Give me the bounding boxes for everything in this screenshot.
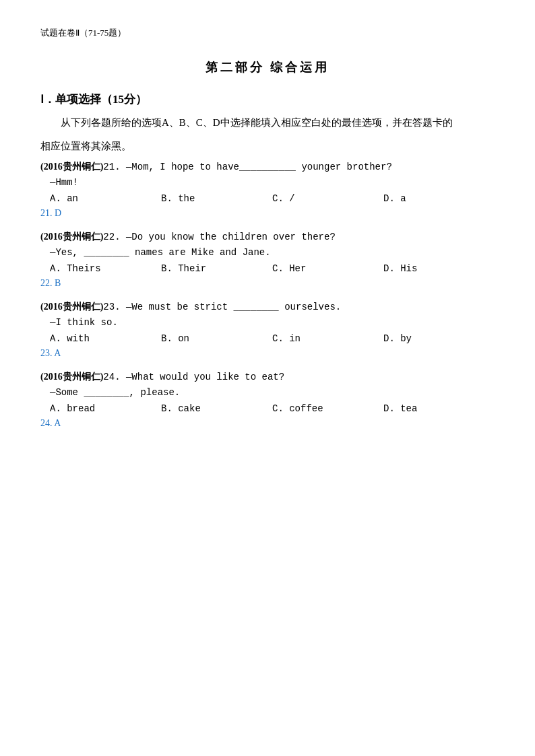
option-q24-D: D. tea <box>383 403 495 414</box>
question-q23: (2016贵州铜仁)23. —We must be strict _______… <box>40 301 495 359</box>
option-q22-D: D. His <box>383 263 495 274</box>
option-q23-D: D. by <box>383 333 495 344</box>
question-stem-q22: (2016贵州铜仁)22. —Do you know the children … <box>40 231 495 243</box>
dialogue2-q21: —Hmm! <box>50 177 495 188</box>
option-q22-A: A. Theirs <box>50 263 161 274</box>
question-label-q22: (2016贵州铜仁) <box>40 232 103 242</box>
question-label-q23: (2016贵州铜仁) <box>40 302 103 312</box>
question-stem-q24: (2016贵州铜仁)24. —What would you like to ea… <box>40 371 495 383</box>
option-q21-D: D. a <box>383 193 495 204</box>
part-title: Ⅰ．单项选择（15分） <box>40 92 495 107</box>
option-q21-A: A. an <box>50 193 161 204</box>
question-label-q21: (2016贵州铜仁) <box>40 162 103 172</box>
options-row-q21: A. anB. theC. /D. a <box>50 193 495 204</box>
option-q23-B: B. on <box>161 333 272 344</box>
option-q24-A: A. bread <box>50 403 161 414</box>
option-q21-B: B. the <box>161 193 272 204</box>
option-q24-C: C. coffee <box>272 403 383 414</box>
answer-q24: 24. A <box>40 418 495 429</box>
question-q22: (2016贵州铜仁)22. —Do you know the children … <box>40 231 495 289</box>
instruction-line2: 相应位置将其涂黑。 <box>40 137 495 156</box>
answer-q21: 21. D <box>40 208 495 219</box>
question-label-q24: (2016贵州铜仁) <box>40 372 103 382</box>
option-q21-C: C. / <box>272 193 383 204</box>
options-row-q24: A. breadB. cakeC. coffeeD. tea <box>50 403 495 414</box>
option-q23-A: A. with <box>50 333 161 344</box>
dialogue2-q24: —Some ________, please. <box>50 387 495 398</box>
dialogue2-q23: —I think so. <box>50 317 495 328</box>
option-q24-B: B. cake <box>161 403 272 414</box>
options-row-q22: A. TheirsB. TheirC. HerD. His <box>50 263 495 274</box>
dialogue2-q22: —Yes, ________ names are Mike and Jane. <box>50 247 495 258</box>
question-stem-q21: (2016贵州铜仁)21. —Mom, I hope to have______… <box>40 161 495 173</box>
option-q22-B: B. Their <box>161 263 272 274</box>
option-q23-C: C. in <box>272 333 383 344</box>
question-q24: (2016贵州铜仁)24. —What would you like to ea… <box>40 371 495 429</box>
option-q22-C: C. Her <box>272 263 383 274</box>
question-stem-q23: (2016贵州铜仁)23. —We must be strict _______… <box>40 301 495 313</box>
answer-q23: 23. A <box>40 348 495 359</box>
options-row-q23: A. withB. onC. inD. by <box>50 333 495 344</box>
answer-q22: 22. B <box>40 278 495 289</box>
instruction-line1: 从下列各题所给的选项A、B、C、D中选择能填入相应空白处的最佳选项，并在答题卡的 <box>61 117 453 128</box>
section-title: 第二部分 综合运用 <box>40 59 495 75</box>
instruction: 从下列各题所给的选项A、B、C、D中选择能填入相应空白处的最佳选项，并在答题卡的 <box>40 114 495 132</box>
question-q21: (2016贵州铜仁)21. —Mom, I hope to have______… <box>40 161 495 219</box>
top-note: 试题在卷Ⅱ（71-75题） <box>40 27 495 39</box>
